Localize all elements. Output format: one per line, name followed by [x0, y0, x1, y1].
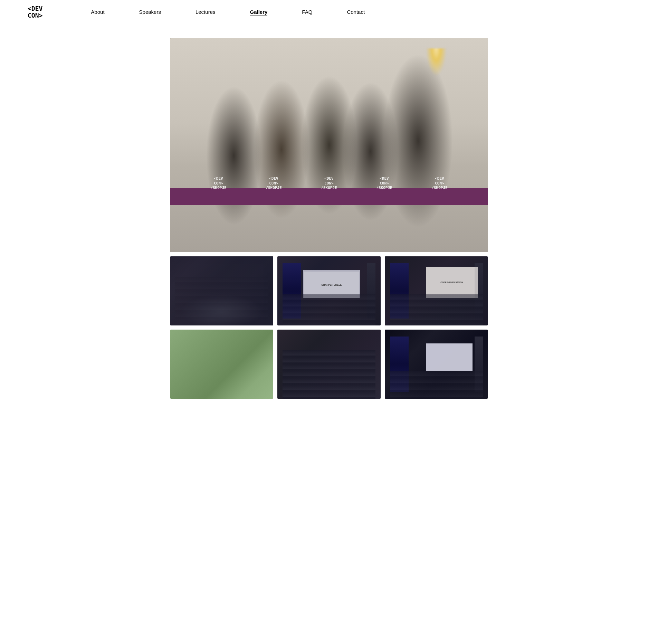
shirt-label-4: <DEVCON>/SKOPJE [376, 176, 392, 190]
slide-text-code-org: CODE ORGANISATION [440, 281, 463, 283]
shirt-label-1: <DEVCON>/SKOPJE [210, 176, 226, 190]
nav-item-about[interactable]: About [91, 9, 104, 15]
gallery-hero-image[interactable]: <DEVCON>/SKOPJE <DEVCON>/SKOPJE <DEVCON>… [170, 38, 488, 252]
gallery-image-audience-2[interactable] [277, 330, 381, 399]
nav-item-contact[interactable]: Contact [347, 9, 365, 15]
nav-link-faq[interactable]: FAQ [302, 9, 312, 15]
gallery-image-presentation-1[interactable]: SHARPER JRELE [277, 256, 381, 325]
gallery-image-outdoor[interactable] [170, 330, 274, 399]
gallery-image-audience-1[interactable] [170, 256, 274, 325]
nav-link-lectures[interactable]: Lectures [196, 9, 216, 15]
gallery-grid-row1: SHARPER JRELE CODE ORGANISATION [170, 256, 488, 325]
nav-link-gallery[interactable]: Gallery [250, 9, 267, 16]
nav-link-about[interactable]: About [91, 9, 104, 15]
gallery-image-presentation-2[interactable] [385, 330, 488, 399]
shirt-label-3: <DEVCON>/SKOPJE [321, 176, 337, 190]
shirt-label-5: <DEVCON>/SKOPJE [431, 176, 447, 190]
site-logo[interactable]: <DEV CON> [28, 5, 42, 19]
gallery-grid-row2 [170, 330, 488, 399]
main-nav: <DEV CON> About Speakers Lectures Galler… [0, 0, 658, 24]
nav-item-lectures[interactable]: Lectures [196, 9, 216, 15]
nav-link-speakers[interactable]: Speakers [139, 9, 161, 15]
gallery-section: <DEVCON>/SKOPJE <DEVCON>/SKOPJE <DEVCON>… [163, 38, 495, 399]
nav-link-contact[interactable]: Contact [347, 9, 365, 15]
gallery-image-code-org[interactable]: CODE ORGANISATION [385, 256, 488, 325]
nav-item-faq[interactable]: FAQ [302, 9, 312, 15]
nav-item-gallery[interactable]: Gallery [250, 9, 267, 15]
shirt-label-2: <DEVCON>/SKOPJE [266, 176, 282, 190]
slide-text-1: SHARPER JRELE [304, 272, 359, 298]
nav-links: About Speakers Lectures Gallery FAQ Cont… [91, 9, 365, 15]
nav-item-speakers[interactable]: Speakers [139, 9, 161, 15]
